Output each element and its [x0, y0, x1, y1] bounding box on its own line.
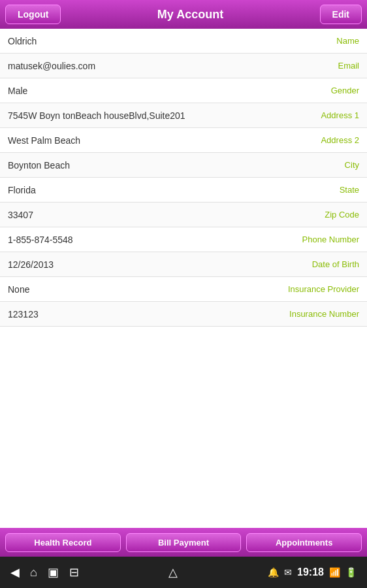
table-row: FloridaState — [0, 178, 367, 203]
tab-bill-payment[interactable]: Bill Payment — [126, 533, 242, 552]
battery-icon: 🔋 — [345, 567, 357, 578]
field-value: 123123 — [8, 309, 283, 319]
field-value: 12/26/2013 — [8, 259, 306, 270]
table-row: West Palm BeachAddress 2 — [0, 128, 367, 153]
field-label: Phone Number — [302, 235, 359, 244]
field-label: Email — [338, 61, 359, 71]
field-label: Insurance Number — [289, 309, 359, 319]
nav-center-icon[interactable]: △ — [168, 565, 178, 580]
field-value: Oldrich — [8, 36, 330, 46]
status-area: 🔔 ✉ 19:18 📶 🔋 — [268, 566, 357, 578]
bottom-tab-bar: Health RecordBill PaymentAppointments — [0, 528, 367, 557]
field-value: 1-855-874-5548 — [8, 235, 296, 245]
table-row: OldrichName — [0, 29, 367, 54]
back-icon[interactable]: ◀ — [10, 565, 20, 580]
table-row: 123123Insurance Number — [0, 302, 367, 327]
field-label: City — [345, 160, 359, 170]
field-value: Boynton Beach — [8, 160, 338, 171]
tab-health-record[interactable]: Health Record — [5, 533, 121, 552]
table-row: 33407Zip Code — [0, 203, 367, 227]
menu-icon[interactable]: ⊟ — [69, 565, 79, 580]
table-row: NoneInsurance Provider — [0, 277, 367, 302]
table-row: 12/26/2013Date of Birth — [0, 252, 367, 277]
field-label: Date of Birth — [312, 259, 359, 269]
wifi-icon: 📶 — [329, 567, 340, 578]
table-row: matusek@oulies.comEmail — [0, 54, 367, 78]
tab-appointments[interactable]: Appointments — [246, 533, 362, 552]
field-value: Male — [8, 86, 325, 96]
field-value: 33407 — [8, 210, 318, 220]
account-fields: OldrichNamematusek@oulies.comEmailMaleGe… — [0, 29, 367, 528]
table-row: 7545W Boyn tonBeach houseBlvd,Suite201Ad… — [0, 103, 367, 128]
app-header: Logout My Account Edit — [0, 0, 367, 29]
field-label: Gender — [331, 86, 359, 95]
field-value: Florida — [8, 185, 333, 195]
mail-icon: ✉ — [284, 567, 292, 578]
table-row: MaleGender — [0, 78, 367, 103]
field-value: matusek@oulies.com — [8, 61, 331, 71]
field-label: Address 1 — [321, 110, 359, 120]
page-title: My Account — [157, 8, 223, 22]
field-label: Insurance Provider — [288, 284, 359, 294]
field-value: None — [8, 284, 281, 295]
edit-button[interactable]: Edit — [320, 5, 362, 24]
nav-controls: ◀ ⌂ ▣ ⊟ — [10, 565, 79, 580]
field-label: Zip Code — [325, 210, 359, 220]
field-label: Name — [336, 36, 359, 46]
system-bar: ◀ ⌂ ▣ ⊟ △ 🔔 ✉ 19:18 📶 🔋 — [0, 557, 367, 588]
recents-icon[interactable]: ▣ — [48, 565, 59, 580]
system-time: 19:18 — [297, 566, 324, 578]
field-label: Address 2 — [321, 135, 359, 145]
home-icon[interactable]: ⌂ — [30, 566, 37, 580]
field-value: West Palm Beach — [8, 135, 314, 146]
field-value: 7545W Boyn tonBeach houseBlvd,Suite201 — [8, 110, 314, 121]
notification-icon: 🔔 — [268, 567, 279, 578]
table-row: Boynton BeachCity — [0, 153, 367, 178]
logout-button[interactable]: Logout — [5, 5, 61, 24]
table-row: 1-855-874-5548Phone Number — [0, 227, 367, 252]
field-label: State — [340, 185, 359, 195]
